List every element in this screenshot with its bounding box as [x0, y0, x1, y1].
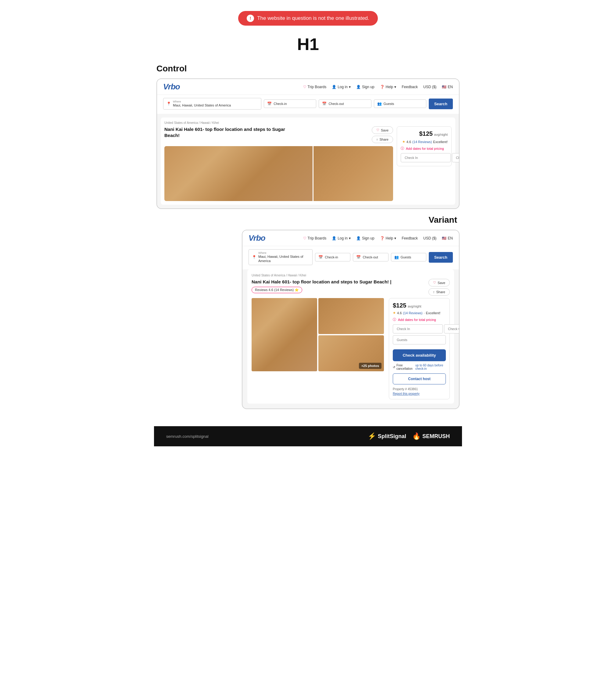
calendar-icon-control-in: 📅 [267, 101, 272, 106]
control-rating-row: ★ 4.6 (14 Reviews) Excellent! [401, 140, 448, 144]
nav-feedback-variant[interactable]: Feedback [402, 236, 418, 240]
variant-reviews-badge[interactable]: Reviews 4.6 (14 Reviews) ⭐ [252, 287, 302, 293]
calendar-icon-control-out: 📅 [322, 101, 327, 106]
nav-login-variant[interactable]: 👤 Log in ▾ [332, 236, 351, 240]
variant-top-right-image [318, 298, 384, 334]
pin-icon-variant: 📍 [252, 255, 257, 259]
variant-search-bar: 📍 Where Maui, Hawaii, United States of A… [243, 246, 459, 269]
variant-bottom-right-image: +25 photos [318, 335, 384, 371]
heart-icon-control: ♡ [303, 85, 306, 89]
footer: semrush.com/splitsignal ⚡ SplitSignal 🔥 … [154, 426, 462, 446]
splitsignal-logo: ⚡ SplitSignal [368, 432, 406, 440]
semrush-icon: 🔥 [412, 432, 420, 440]
signup-icon-control: 👤 [356, 85, 361, 89]
variant-save-button[interactable]: ♡ Save [428, 279, 450, 286]
variant-checkout-input[interactable]: 📅 Check-out [353, 253, 388, 261]
calendar-icon-variant-out: 📅 [356, 255, 361, 259]
warning-text: The website in question is not the one i… [257, 15, 369, 21]
star-icon-variant: ★ [393, 311, 396, 315]
control-checkin-input[interactable]: 📅 Check-in [264, 99, 316, 108]
control-checkout-input[interactable]: 📅 Check-out [319, 99, 371, 108]
person-icon-variant: 👤 [332, 236, 336, 240]
control-main-image [165, 146, 313, 201]
variant-main-content: +25 photos $125 avg/night [252, 298, 450, 399]
share-icon-control: ↑ [376, 138, 378, 141]
variant-checkout-field[interactable] [444, 324, 459, 333]
info-icon-control: ⓘ [401, 146, 404, 151]
variant-title-area: Nani Kai Hale 601- top floor location an… [252, 279, 425, 293]
variant-search-button[interactable]: Search [429, 252, 453, 263]
variant-reviews-link[interactable]: (14 Reviews) [403, 311, 422, 315]
footer-url: semrush.com/splitsignal [166, 434, 209, 439]
control-checkin-field[interactable] [401, 153, 451, 162]
control-right: $125 avg/night ★ 4.6 (14 Reviews) Excell… [397, 126, 451, 166]
check-availability-button[interactable]: Check availability [393, 349, 446, 361]
control-date-inputs [401, 153, 448, 162]
variant-where-input[interactable]: 📍 Where Maui, Hawaii, United States of A… [249, 249, 313, 265]
footer-logos: ⚡ SplitSignal 🔥 SEMRUSH [368, 432, 450, 440]
variant-rating-row: ★ 4.6 (14 Reviews) · Excellent! [393, 311, 446, 315]
control-where-input[interactable]: 📍 Where Maui, Hawaii, United States of A… [163, 98, 261, 109]
heart-save-icon-variant: ♡ [433, 281, 436, 285]
nav-feedback-control[interactable]: Feedback [402, 85, 418, 89]
control-checkout-field[interactable] [452, 153, 459, 162]
control-nav-links: ♡ Trip Boards 👤 Log in ▾ 👤 Sign up ❓ [303, 85, 453, 89]
flag-icon-variant: 🇺🇸 [442, 236, 446, 240]
star-icon-control: ★ [402, 140, 405, 144]
control-add-dates: ⓘ Add dates for total pricing [401, 146, 448, 151]
help-icon-control: ❓ [380, 85, 384, 89]
control-save-button[interactable]: ♡ Save [372, 126, 393, 134]
nav-trip-boards-control[interactable]: ♡ Trip Boards [303, 85, 327, 89]
control-share-button[interactable]: ↑ Share [372, 136, 393, 143]
variant-checkin-field[interactable] [393, 324, 443, 333]
bullet-sep: · [424, 311, 425, 315]
variant-guests-row [393, 335, 446, 345]
variant-booking-col: $125 avg/night ★ 4.6 (14 Reviews) · Exce… [389, 298, 450, 399]
variant-nav-links: ♡ Trip Boards 👤 Log in ▾ 👤 Sign up ❓ [303, 236, 453, 240]
control-images [165, 146, 393, 201]
guests-icon-variant: 👥 [394, 255, 399, 259]
variant-checkin-input[interactable]: 📅 Check-in [315, 253, 350, 261]
control-guests-input[interactable]: 👥 Guests [374, 99, 426, 108]
nav-help-control[interactable]: ❓ Help ▾ [380, 85, 396, 89]
signup-icon-variant: 👤 [356, 236, 361, 240]
free-cancel-row: ↺ Free cancellation up to 60 days before… [393, 364, 446, 370]
warning-icon: ! [247, 15, 254, 22]
variant-guests-field[interactable] [393, 335, 446, 345]
free-cancel-link[interactable]: up to 60 days before check-in [415, 364, 446, 370]
cards-wrapper: Vrbo ♡ Trip Boards 👤 Log in ▾ 👤 Sign up [157, 78, 459, 409]
variant-breadcrumb: United States of America / Hawaii / Kihe… [252, 274, 450, 277]
report-property-link[interactable]: Report this property [393, 392, 446, 395]
variant-share-button[interactable]: ↑ Share [428, 288, 450, 296]
control-property-header: Nani Kai Hale 601- top floor location an… [165, 126, 393, 143]
contact-host-button[interactable]: Contact host [393, 374, 446, 384]
calendar-icon-variant-in: 📅 [318, 255, 323, 259]
variant-images-col: +25 photos [252, 298, 384, 399]
control-layout: Nani Kai Hale 601- top floor location an… [165, 126, 451, 201]
control-search-button[interactable]: Search [429, 98, 453, 109]
variant-photos-overlay[interactable]: +25 photos [359, 363, 381, 369]
nav-login-control[interactable]: 👤 Log in ▾ [332, 85, 351, 89]
control-excellent: Excellent! [433, 140, 448, 144]
control-reviews-link[interactable]: (14 Reviews) [412, 140, 432, 144]
warning-banner: ! The website in question is not the one… [238, 11, 378, 26]
variant-property-area: United States of America / Hawaii / Kihe… [247, 269, 454, 404]
property-number: Property # 453861 [393, 388, 446, 391]
nav-signup-variant[interactable]: 👤 Sign up [356, 236, 374, 240]
control-property-actions: ♡ Save ↑ Share [372, 126, 393, 143]
nav-help-variant[interactable]: ❓ Help ▾ [380, 236, 396, 240]
nav-currency-control[interactable]: USD ($) [423, 85, 436, 89]
semrush-logo: 🔥 SEMRUSH [412, 432, 450, 440]
vrbo-logo-variant: Vrbo [249, 233, 265, 243]
nav-currency-variant[interactable]: USD ($) [423, 236, 436, 240]
nav-language-variant[interactable]: 🇺🇸 EN [442, 236, 453, 240]
nav-signup-control[interactable]: 👤 Sign up [356, 85, 374, 89]
variant-images-grid: +25 photos [252, 298, 384, 371]
variant-nav: Vrbo ♡ Trip Boards 👤 Log in ▾ 👤 Sign up [243, 230, 459, 246]
variant-label: Variant [157, 215, 457, 225]
nav-language-control[interactable]: 🇺🇸 EN [442, 85, 453, 89]
variant-date-row [393, 324, 446, 333]
nav-trip-boards-variant[interactable]: ♡ Trip Boards [303, 236, 327, 240]
variant-guests-input[interactable]: 👥 Guests [391, 253, 426, 261]
control-search-bar: 📍 Where Maui, Hawaii, United States of A… [157, 95, 459, 114]
